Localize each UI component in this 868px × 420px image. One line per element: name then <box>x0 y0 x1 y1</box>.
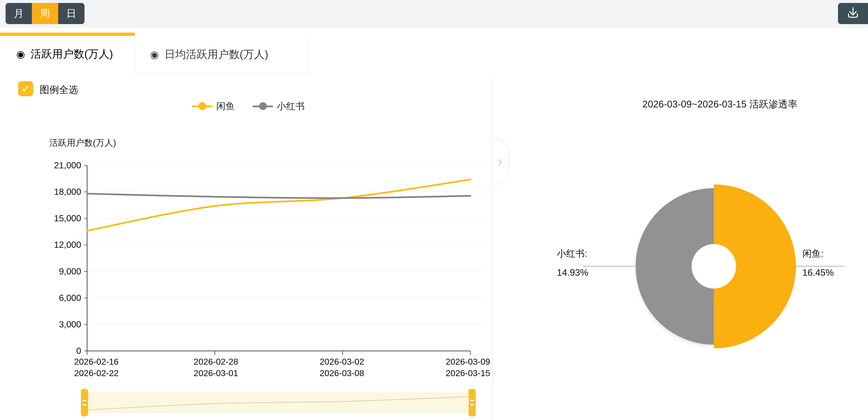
datazoom-preview-line <box>85 392 472 413</box>
legend-select-all-label: 图例全选 <box>40 83 78 96</box>
tab-label: 日均活跃用户数(万人) <box>164 47 268 62</box>
line-series-小红书 <box>87 194 470 198</box>
active-tab-indicator <box>0 33 135 36</box>
tab-label: 活跃用户数(万人) <box>31 47 113 61</box>
donut-label-name: 闲鱼: <box>802 244 834 263</box>
y-tick-label: 6,000 <box>28 293 81 303</box>
y-tick-label: 9,000 <box>28 266 81 277</box>
y-tick-label: 12,000 <box>28 239 81 250</box>
top-toolbar: 月 周 日 <box>0 0 868 28</box>
donut-label-value: 16.45% <box>802 263 834 282</box>
period-switcher: 月 周 日 <box>5 3 85 24</box>
datazoom-slider[interactable] <box>85 392 472 413</box>
download-icon <box>846 6 860 21</box>
period-button-week[interactable]: 周 <box>32 3 58 24</box>
y-tick-label: 15,000 <box>28 213 81 223</box>
donut-chart-title: 2026-03-09~2026-03-15 活跃渗透率 <box>590 98 850 111</box>
legend-item[interactable]: 闲鱼 <box>192 100 235 112</box>
panel-collapse-handle[interactable]: › <box>493 137 509 185</box>
dashboard-page: 月 周 日 ◉ 活跃用户数(万人) ◉ 日均活跃用户数(万人) ✓ 图例全选 闲… <box>0 0 868 420</box>
period-button-day[interactable]: 日 <box>58 3 85 24</box>
legend-item[interactable]: 小红书 <box>252 100 305 112</box>
tab-active-users[interactable]: ◉ 活跃用户数(万人) <box>0 36 151 72</box>
donut-label-xianyu: 闲鱼: 16.45% <box>802 244 834 282</box>
radio-icon: ◉ <box>150 49 159 60</box>
legend-marker-icon <box>252 102 273 110</box>
series-legend: 闲鱼小红书 <box>192 100 305 112</box>
y-tick-label: 21,000 <box>28 160 81 170</box>
y-tick-label: 0 <box>28 346 81 356</box>
panel-divider <box>492 75 493 420</box>
radio-selected-icon: ◉ <box>16 49 25 60</box>
x-tick-label: 2026-02-28 2026-03-01 <box>173 356 258 379</box>
donut-label-name: 小红书: <box>557 244 588 263</box>
leader-line-left <box>583 266 635 266</box>
donut-hole <box>691 244 736 289</box>
donut-label-xiaohongshu: 小红书: 14.93% <box>557 244 588 282</box>
checkmark-icon: ✓ <box>21 83 30 94</box>
line-chart <box>83 162 495 358</box>
datazoom-handle-right[interactable] <box>469 389 476 416</box>
period-button-month[interactable]: 月 <box>5 3 32 24</box>
download-button[interactable] <box>838 3 868 24</box>
x-tick-label: 2026-02-16 2026-02-22 <box>54 356 139 379</box>
donut-label-value: 14.93% <box>557 263 588 282</box>
x-tick-label: 2026-03-02 2026-03-08 <box>299 356 384 379</box>
legend-label: 小红书 <box>277 100 305 112</box>
y-tick-label: 18,000 <box>28 187 81 197</box>
legend-select-all-checkbox[interactable]: ✓ <box>18 81 33 96</box>
y-axis-title: 活跃用户数(万人) <box>49 137 116 149</box>
datazoom-handle-left[interactable] <box>81 389 88 416</box>
line-series-闲鱼 <box>87 180 470 231</box>
x-tick-label: 2026-03-09 2026-03-15 <box>425 356 510 379</box>
tab-daily-active-users[interactable]: ◉ 日均活跃用户数(万人) <box>135 36 309 73</box>
chevron-right-icon: › <box>497 153 502 169</box>
legend-label: 闲鱼 <box>216 100 235 112</box>
legend-marker-icon <box>192 102 213 110</box>
y-tick-label: 3,000 <box>28 319 81 329</box>
